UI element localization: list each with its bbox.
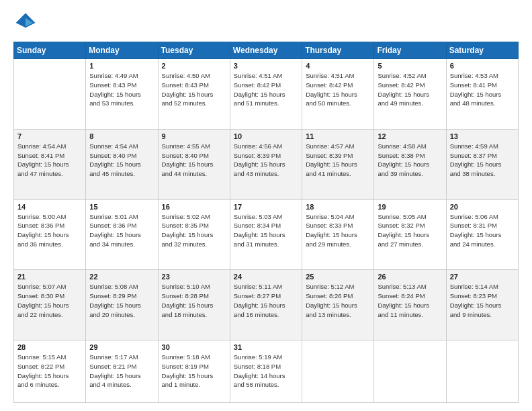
day-number: 3 — [234, 62, 298, 70]
day-cell: 1Sunrise: 4:49 AM Sunset: 8:43 PM Daylig… — [86, 59, 158, 130]
day-cell: 27Sunrise: 5:14 AM Sunset: 8:23 PM Dayli… — [446, 270, 518, 340]
day-info: Sunrise: 4:56 AM Sunset: 8:39 PM Dayligh… — [234, 142, 298, 179]
day-number: 11 — [306, 132, 370, 140]
day-number: 30 — [162, 343, 226, 351]
day-cell: 17Sunrise: 5:03 AM Sunset: 8:34 PM Dayli… — [230, 199, 302, 270]
day-info: Sunrise: 5:03 AM Sunset: 8:34 PM Dayligh… — [234, 212, 298, 249]
day-number: 19 — [378, 203, 442, 211]
day-info: Sunrise: 5:13 AM Sunset: 8:24 PM Dayligh… — [378, 282, 442, 319]
day-number: 29 — [89, 343, 154, 351]
day-cell: 25Sunrise: 5:12 AM Sunset: 8:26 PM Dayli… — [302, 270, 374, 340]
day-number: 28 — [17, 343, 82, 351]
day-cell: 29Sunrise: 5:17 AM Sunset: 8:21 PM Dayli… — [86, 340, 158, 403]
day-cell: 11Sunrise: 4:57 AM Sunset: 8:39 PM Dayli… — [302, 129, 374, 199]
day-number: 22 — [89, 273, 154, 281]
day-info: Sunrise: 4:59 AM Sunset: 8:37 PM Dayligh… — [450, 142, 515, 179]
week-row-5: 28Sunrise: 5:15 AM Sunset: 8:22 PM Dayli… — [14, 340, 519, 403]
day-cell: 5Sunrise: 4:52 AM Sunset: 8:42 PM Daylig… — [374, 59, 446, 130]
day-cell: 13Sunrise: 4:59 AM Sunset: 8:37 PM Dayli… — [446, 129, 518, 199]
day-info: Sunrise: 4:49 AM Sunset: 8:43 PM Dayligh… — [89, 71, 154, 108]
day-cell: 21Sunrise: 5:07 AM Sunset: 8:30 PM Dayli… — [14, 270, 86, 340]
day-number: 31 — [234, 343, 298, 351]
day-number: 16 — [162, 203, 226, 211]
day-number: 25 — [306, 273, 370, 281]
day-number: 21 — [17, 273, 82, 281]
day-info: Sunrise: 4:52 AM Sunset: 8:42 PM Dayligh… — [378, 71, 442, 108]
day-cell: 23Sunrise: 5:10 AM Sunset: 8:28 PM Dayli… — [158, 270, 230, 340]
page: SundayMondayTuesdayWednesdayThursdayFrid… — [0, 0, 532, 411]
day-number: 13 — [450, 132, 515, 140]
day-info: Sunrise: 5:15 AM Sunset: 8:22 PM Dayligh… — [17, 353, 82, 390]
day-info: Sunrise: 5:07 AM Sunset: 8:30 PM Dayligh… — [17, 282, 82, 319]
weekday-header-tuesday: Tuesday — [158, 42, 230, 59]
day-info: Sunrise: 4:54 AM Sunset: 8:40 PM Dayligh… — [89, 142, 154, 179]
weekday-header-saturday: Saturday — [446, 42, 518, 59]
day-cell: 8Sunrise: 4:54 AM Sunset: 8:40 PM Daylig… — [86, 129, 158, 199]
day-number: 10 — [234, 132, 298, 140]
day-info: Sunrise: 5:01 AM Sunset: 8:36 PM Dayligh… — [89, 212, 154, 249]
day-info: Sunrise: 4:51 AM Sunset: 8:42 PM Dayligh… — [306, 71, 370, 108]
logo — [13, 11, 40, 35]
day-number: 26 — [378, 273, 442, 281]
day-number: 24 — [234, 273, 298, 281]
day-cell — [446, 340, 518, 403]
day-cell: 14Sunrise: 5:00 AM Sunset: 8:36 PM Dayli… — [14, 199, 86, 270]
weekday-header-thursday: Thursday — [302, 42, 374, 59]
day-number: 20 — [450, 203, 515, 211]
day-cell: 12Sunrise: 4:58 AM Sunset: 8:38 PM Dayli… — [374, 129, 446, 199]
day-number: 1 — [89, 62, 154, 70]
day-cell: 18Sunrise: 5:04 AM Sunset: 8:33 PM Dayli… — [302, 199, 374, 270]
day-info: Sunrise: 5:02 AM Sunset: 8:35 PM Dayligh… — [162, 212, 226, 249]
day-info: Sunrise: 5:14 AM Sunset: 8:23 PM Dayligh… — [450, 282, 515, 319]
day-cell: 20Sunrise: 5:06 AM Sunset: 8:31 PM Dayli… — [446, 199, 518, 270]
day-info: Sunrise: 4:51 AM Sunset: 8:42 PM Dayligh… — [234, 71, 298, 108]
day-cell — [374, 340, 446, 403]
day-info: Sunrise: 5:17 AM Sunset: 8:21 PM Dayligh… — [89, 353, 154, 390]
day-cell: 4Sunrise: 4:51 AM Sunset: 8:42 PM Daylig… — [302, 59, 374, 130]
weekday-header-friday: Friday — [374, 42, 446, 59]
day-number: 6 — [450, 62, 515, 70]
day-info: Sunrise: 4:58 AM Sunset: 8:38 PM Dayligh… — [378, 142, 442, 179]
day-info: Sunrise: 4:50 AM Sunset: 8:43 PM Dayligh… — [162, 71, 226, 108]
day-info: Sunrise: 5:19 AM Sunset: 8:18 PM Dayligh… — [234, 353, 298, 390]
week-row-2: 7Sunrise: 4:54 AM Sunset: 8:41 PM Daylig… — [14, 129, 519, 199]
day-info: Sunrise: 4:57 AM Sunset: 8:39 PM Dayligh… — [306, 142, 370, 179]
day-info: Sunrise: 4:55 AM Sunset: 8:40 PM Dayligh… — [162, 142, 226, 179]
day-number: 2 — [162, 62, 226, 70]
day-cell — [302, 340, 374, 403]
week-row-1: 1Sunrise: 4:49 AM Sunset: 8:43 PM Daylig… — [14, 59, 519, 130]
day-cell: 26Sunrise: 5:13 AM Sunset: 8:24 PM Dayli… — [374, 270, 446, 340]
weekday-header-sunday: Sunday — [14, 42, 86, 59]
day-cell: 16Sunrise: 5:02 AM Sunset: 8:35 PM Dayli… — [158, 199, 230, 270]
day-info: Sunrise: 5:11 AM Sunset: 8:27 PM Dayligh… — [234, 282, 298, 319]
weekday-header-row: SundayMondayTuesdayWednesdayThursdayFrid… — [14, 42, 519, 59]
day-cell: 6Sunrise: 4:53 AM Sunset: 8:41 PM Daylig… — [446, 59, 518, 130]
day-number: 4 — [306, 62, 370, 70]
day-number: 8 — [89, 132, 154, 140]
header — [13, 11, 519, 35]
day-info: Sunrise: 5:12 AM Sunset: 8:26 PM Dayligh… — [306, 282, 370, 319]
day-info: Sunrise: 5:10 AM Sunset: 8:28 PM Dayligh… — [162, 282, 226, 319]
day-cell — [14, 59, 86, 130]
day-info: Sunrise: 5:08 AM Sunset: 8:29 PM Dayligh… — [89, 282, 154, 319]
calendar-table: SundayMondayTuesdayWednesdayThursdayFrid… — [13, 42, 519, 403]
day-info: Sunrise: 4:54 AM Sunset: 8:41 PM Dayligh… — [17, 142, 82, 179]
day-cell: 30Sunrise: 5:18 AM Sunset: 8:19 PM Dayli… — [158, 340, 230, 403]
day-cell: 3Sunrise: 4:51 AM Sunset: 8:42 PM Daylig… — [230, 59, 302, 130]
day-number: 9 — [162, 132, 226, 140]
day-cell: 24Sunrise: 5:11 AM Sunset: 8:27 PM Dayli… — [230, 270, 302, 340]
week-row-4: 21Sunrise: 5:07 AM Sunset: 8:30 PM Dayli… — [14, 270, 519, 340]
day-number: 18 — [306, 203, 370, 211]
day-info: Sunrise: 4:53 AM Sunset: 8:41 PM Dayligh… — [450, 71, 515, 108]
day-number: 17 — [234, 203, 298, 211]
day-cell: 22Sunrise: 5:08 AM Sunset: 8:29 PM Dayli… — [86, 270, 158, 340]
weekday-header-wednesday: Wednesday — [230, 42, 302, 59]
day-number: 27 — [450, 273, 515, 281]
day-number: 12 — [378, 132, 442, 140]
day-cell: 19Sunrise: 5:05 AM Sunset: 8:32 PM Dayli… — [374, 199, 446, 270]
day-info: Sunrise: 5:05 AM Sunset: 8:32 PM Dayligh… — [378, 212, 442, 249]
day-number: 7 — [17, 132, 82, 140]
weekday-header-monday: Monday — [86, 42, 158, 59]
day-number: 14 — [17, 203, 82, 211]
day-cell: 28Sunrise: 5:15 AM Sunset: 8:22 PM Dayli… — [14, 340, 86, 403]
